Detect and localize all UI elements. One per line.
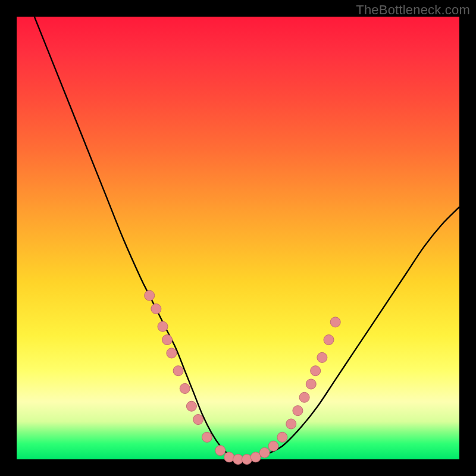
plot-area — [17, 17, 459, 459]
curve-dot — [224, 452, 234, 462]
curve-dot — [293, 406, 303, 416]
watermark-label: TheBottleneck.com — [356, 2, 470, 18]
curve-dot — [145, 290, 155, 300]
curve-layer — [17, 17, 459, 459]
curve-dot — [324, 335, 334, 345]
curve-dot — [173, 366, 183, 376]
curve-dot — [299, 392, 309, 402]
curve-dot — [306, 379, 316, 389]
curve-dot — [202, 432, 212, 442]
curve-dot — [180, 383, 190, 393]
curve-dot — [317, 352, 327, 362]
curve-dot — [151, 304, 161, 314]
curve-dot — [259, 447, 270, 458]
curve-dot — [286, 419, 296, 429]
curve-dot — [162, 335, 172, 345]
curve-dot — [277, 432, 287, 442]
curve-dot — [311, 366, 321, 376]
curve-dot — [330, 317, 340, 327]
curve-dot — [186, 401, 196, 411]
curve-dots — [145, 290, 340, 464]
curve-dot — [250, 452, 261, 462]
curve-dot — [242, 455, 252, 465]
bottleneck-curve — [35, 17, 459, 460]
curve-dot — [167, 348, 177, 358]
curve-dot — [193, 415, 203, 425]
curve-dot — [268, 441, 278, 451]
curve-dot — [215, 446, 226, 456]
chart-frame: TheBottleneck.com — [0, 0, 476, 476]
curve-dot — [158, 321, 168, 331]
